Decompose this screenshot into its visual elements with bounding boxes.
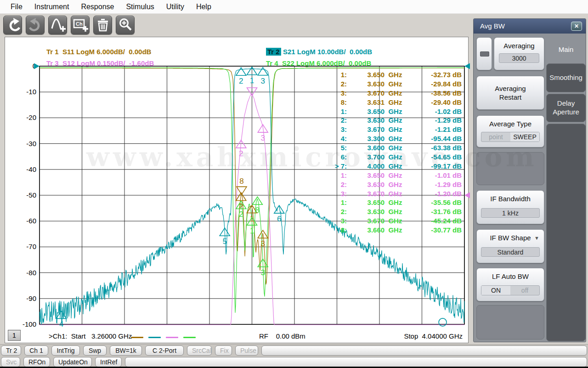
marker-frequency: 3.650 GHz — [347, 171, 423, 180]
marker-value: -99.17 dB — [423, 162, 462, 171]
y-axis-tick-label: -10 — [26, 88, 36, 96]
tab-main[interactable]: Main — [546, 35, 586, 63]
marker-3-triangle[interactable] — [258, 68, 268, 75]
legend-dash-tr2 — [148, 337, 161, 338]
statusbar-rfon[interactable]: RFOn — [23, 357, 50, 367]
average-type-toggle[interactable]: point SWEEP — [481, 132, 540, 142]
statusbar-empty — [125, 357, 587, 367]
marker-value: -38.56 dB — [423, 89, 462, 98]
marker-number: 2: — [328, 180, 347, 189]
marker-number: 2: — [328, 207, 347, 216]
menu-item-instrument[interactable]: Instrument — [28, 0, 75, 14]
marker-table-row: 8:3.631 GHz-29.40 dB — [328, 98, 462, 107]
delete-button[interactable] — [93, 16, 112, 34]
if-bw-shape-button[interactable]: IF BW Shape ▼ Standard — [476, 229, 544, 263]
marker-number: > 7: — [328, 162, 347, 171]
marker-number: 6: — [328, 153, 347, 162]
marker-frequency: 3.670 GHz — [347, 216, 423, 226]
marker-frequency: 3.670 GHz — [347, 125, 423, 134]
marker-number: 5: — [328, 143, 347, 153]
marker-value: -29.84 dB — [423, 79, 462, 89]
if-bandwidth-label: IF Bandwidth — [477, 195, 544, 203]
marker-value: -1.01 dB — [423, 171, 462, 180]
marker-label: 4 — [59, 320, 63, 328]
marker-value: -45.24 dB — [423, 216, 462, 226]
statusbar-c-2-port[interactable]: C 2-Port — [145, 345, 184, 356]
marker-number: 1: — [328, 107, 347, 116]
add-channel-button[interactable]: Ch — [71, 16, 90, 34]
statusbar-intref[interactable]: IntRef — [95, 357, 122, 367]
tab-delay-aperture[interactable]: Delay Aperture — [546, 94, 586, 122]
statusbar-ch-1[interactable]: Ch 1 — [24, 345, 48, 356]
statusbar-updateon[interactable]: UpdateOn — [53, 357, 92, 367]
averaging-restart-button[interactable]: Averaging Restart — [476, 76, 544, 110]
undo-button[interactable] — [3, 16, 22, 34]
if-bandwidth-value[interactable]: 1 kHz — [481, 208, 540, 218]
marker-label: 3 — [260, 77, 265, 85]
marker-table-row: 6:3.700 GHz-54.65 dB — [328, 153, 462, 162]
reference-level-arrow[interactable] — [34, 63, 40, 69]
averaging-button[interactable]: Averaging 3000 — [494, 37, 544, 70]
y-axis-tick-label: -60 — [26, 217, 36, 225]
marker-frequency: 3.630 GHz — [347, 79, 423, 89]
marker-table-row: 2:3.630 GHz-1.29 dB — [328, 116, 462, 125]
lf-auto-bw-label: LF Auto BW — [477, 272, 544, 280]
reference-level-arrow[interactable] — [464, 192, 470, 198]
tab-smoothing[interactable]: Smoothing — [546, 63, 586, 92]
statusbar-tr-2[interactable]: Tr 2 — [1, 345, 21, 356]
marker-label: 3 — [260, 268, 265, 277]
marker-number: 8: — [328, 98, 347, 107]
marker-frequency: 3.650 GHz — [347, 70, 423, 79]
average-type-sweep-option[interactable]: SWEEP — [510, 132, 539, 142]
if-bw-shape-value[interactable]: Standard — [481, 247, 540, 257]
reference-level-arrow[interactable] — [464, 63, 470, 69]
empty-softkey-1 — [476, 152, 544, 185]
averaging-toggle-button[interactable] — [476, 37, 492, 70]
marker-label: 2 — [239, 210, 243, 219]
delete-icon — [94, 16, 112, 34]
statusbar-fix: Fix — [215, 345, 232, 356]
lf-auto-bw-off-option[interactable]: off — [510, 286, 539, 295]
menu-item-file[interactable]: File — [5, 0, 28, 14]
statusbar-swp[interactable]: Swp — [83, 345, 107, 356]
if-bandwidth-button[interactable]: IF Bandwidth 1 kHz — [476, 190, 544, 224]
menu-item-response[interactable]: Response — [75, 0, 120, 14]
marker-table-row: 2:3.630 GHz-29.84 dB — [328, 79, 462, 89]
panel-title[interactable]: Avg BW — [474, 19, 586, 34]
status-bar: Tr 2Ch 1IntTrigSwpBW=1kC 2-PortSrcCalFix… — [0, 344, 588, 368]
redo-button — [26, 16, 45, 34]
marker-table-row: 1:3.650 GHz-1.01 dB — [328, 171, 462, 180]
marker-number: 1: — [328, 198, 347, 207]
marker-number: 3: — [328, 189, 347, 198]
menu-bar: File Instrument Response Stimulus Utilit… — [0, 0, 588, 14]
lf-auto-bw-button[interactable]: LF Auto BW ON off — [476, 268, 544, 301]
menu-item-stimulus[interactable]: Stimulus — [120, 0, 160, 14]
menu-item-help[interactable]: Help — [190, 0, 217, 14]
marker-value: -54.65 dB — [423, 153, 462, 162]
lf-auto-bw-on-option[interactable]: ON — [481, 286, 510, 295]
marker-table-row: 8:3.660 GHz-30.77 dB — [328, 226, 462, 235]
marker-frequency: 3.650 GHz — [347, 107, 423, 116]
marker-label: 1 — [250, 76, 254, 85]
marker-frequency: 3.670 GHz — [347, 189, 423, 198]
close-icon[interactable]: ✕ — [571, 22, 582, 31]
undo-icon — [4, 16, 22, 34]
statusbar-bw-1k[interactable]: BW=1k — [110, 345, 142, 356]
marker-8-triangle[interactable] — [252, 197, 262, 204]
marker-label: 8 — [255, 206, 260, 215]
menu-item-utility[interactable]: Utility — [160, 0, 190, 14]
marker-frequency: 4.000 GHz — [347, 162, 423, 171]
add-trace-button[interactable] — [48, 16, 67, 34]
marker-value: -30.77 dB — [423, 226, 462, 235]
zoom-button[interactable] — [116, 16, 135, 34]
statusbar-pulse: Pulse — [235, 345, 258, 356]
averaging-value[interactable]: 3000 — [499, 53, 539, 63]
average-type-point-option[interactable]: point — [481, 132, 510, 142]
marker-value: -63.38 dB — [423, 143, 462, 153]
chart-window: Tr 1 S11 LogM 6.000dB/ 0.00dB Tr 2 S21 L… — [5, 37, 469, 343]
average-type-button[interactable]: Average Type point SWEEP — [476, 115, 544, 147]
sweep-stop-text: Stop 4.04000 GHz — [404, 332, 463, 340]
marker-number: 2: — [328, 79, 347, 89]
statusbar-inttrig[interactable]: IntTrig — [51, 345, 80, 356]
lf-auto-bw-toggle[interactable]: ON off — [481, 285, 540, 295]
